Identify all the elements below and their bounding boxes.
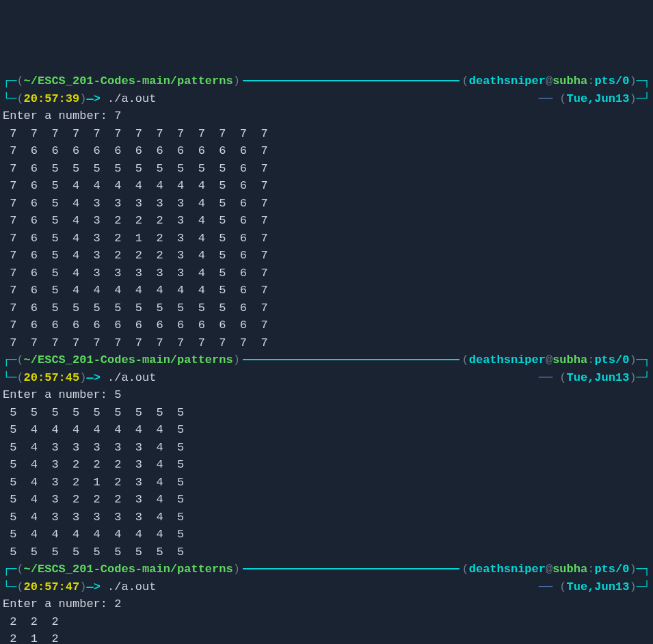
paren-icon: ) [79,92,86,105]
prompt-line-top: ┌─(~/ESCS_201-Codes-main/patterns)(death… [3,72,650,90]
prompt-label: Enter a number: [3,109,114,122]
cwd-path: ~/ESCS_201-Codes-main/patterns [24,353,233,366]
paren-icon: ( [16,92,23,105]
username: deathsniper [469,353,546,366]
paren-icon: ) [79,371,86,384]
timestamp: 20:57:45 [24,371,80,384]
paren-icon: ) [629,92,636,105]
dash-icon: ── [539,92,560,105]
paren-icon: ( [16,371,23,384]
date: Tue,Jun13 [567,92,630,105]
paren-icon: ) [233,563,240,576]
paren-icon: ) [629,563,636,576]
dash-icon: ── [539,371,560,384]
command-text[interactable]: ./a.out [107,371,156,384]
prompt-line-bottom: └─(20:57:45)—> ./a.out── (Tue,Jun13)─┘ [3,369,650,387]
command-text[interactable]: ./a.out [107,580,156,593]
paren-icon: ) [233,353,240,366]
hostname: subha [552,75,587,88]
command-text[interactable]: ./a.out [107,92,156,105]
program-output: 5 5 5 5 5 5 5 5 5 5 4 4 4 4 4 4 4 5 5 4 … [3,404,650,561]
bracket-icon: ─┐ [637,75,650,88]
tty: pts/0 [594,353,629,366]
paren-icon: ( [462,353,469,366]
timestamp: 20:57:47 [24,580,80,593]
program-prompt: Enter a number: 2 [3,595,650,613]
bracket-icon: └─ [3,92,16,105]
at-icon: @ [546,563,552,576]
bracket-icon: ─┘ [637,92,650,105]
colon-icon: : [587,75,594,88]
separator-line [243,568,459,569]
separator-line [243,359,459,360]
username: deathsniper [469,75,546,88]
user-input[interactable]: 2 [114,598,121,611]
paren-icon: ) [629,353,636,366]
paren-icon: ) [629,371,636,384]
user-input[interactable]: 7 [114,109,121,122]
paren-icon: ( [16,75,23,88]
paren-icon: ( [462,563,469,576]
separator-line [243,80,459,81]
prompt-line-bottom: └─(20:57:47)—> ./a.out── (Tue,Jun13)─┘ [3,578,650,596]
date: Tue,Jun13 [567,371,630,384]
paren-icon: ( [559,580,566,593]
bracket-icon: ┌─ [3,563,16,576]
bracket-icon: ┌─ [3,75,16,88]
bracket-icon: ─┐ [637,563,650,576]
at-icon: @ [546,75,552,88]
user-input[interactable]: 5 [114,388,121,401]
paren-icon: ( [16,353,23,366]
paren-icon: ( [16,580,23,593]
prompt-line-top: ┌─(~/ESCS_201-Codes-main/patterns)(death… [3,561,650,578]
tty: pts/0 [594,563,629,576]
paren-icon: ) [233,75,240,88]
terminal-output: ┌─(~/ESCS_201-Codes-main/patterns)(death… [3,72,650,644]
prompt-line-bottom: └─(20:57:39)—> ./a.out── (Tue,Jun13)─┘ [3,90,650,108]
hostname: subha [552,353,587,366]
at-icon: @ [546,353,552,366]
paren-icon: ( [559,92,566,105]
paren-icon: ) [629,75,636,88]
paren-icon: ( [16,563,23,576]
bracket-icon: └─ [3,371,16,384]
hostname: subha [552,563,587,576]
username: deathsniper [469,563,546,576]
prompt-label: Enter a number: [3,598,114,611]
bracket-icon: ┌─ [3,353,16,366]
paren-icon: ) [79,580,86,593]
bracket-icon: ─┘ [637,580,650,593]
bracket-icon: ─┘ [637,371,650,384]
paren-icon: ( [559,371,566,384]
program-output: 7 7 7 7 7 7 7 7 7 7 7 7 7 7 6 6 6 6 6 6 … [3,125,650,352]
arrow-icon: —> [86,92,107,105]
date: Tue,Jun13 [567,580,630,593]
timestamp: 20:57:39 [24,92,80,105]
arrow-icon: —> [86,371,107,384]
prompt-line-top: ┌─(~/ESCS_201-Codes-main/patterns)(death… [3,351,650,369]
cwd-path: ~/ESCS_201-Codes-main/patterns [24,75,233,88]
paren-icon: ( [462,75,469,88]
bracket-icon: └─ [3,580,16,593]
cwd-path: ~/ESCS_201-Codes-main/patterns [24,563,233,576]
colon-icon: : [587,563,594,576]
arrow-icon: —> [86,580,107,593]
program-prompt: Enter a number: 7 [3,107,650,125]
colon-icon: : [587,353,594,366]
paren-icon: ) [629,580,636,593]
prompt-label: Enter a number: [3,388,114,401]
program-prompt: Enter a number: 5 [3,386,650,404]
bracket-icon: ─┐ [637,353,650,366]
tty: pts/0 [594,75,629,88]
program-output: 2 2 2 2 1 2 2 2 2 [3,613,650,645]
dash-icon: ── [539,580,560,593]
